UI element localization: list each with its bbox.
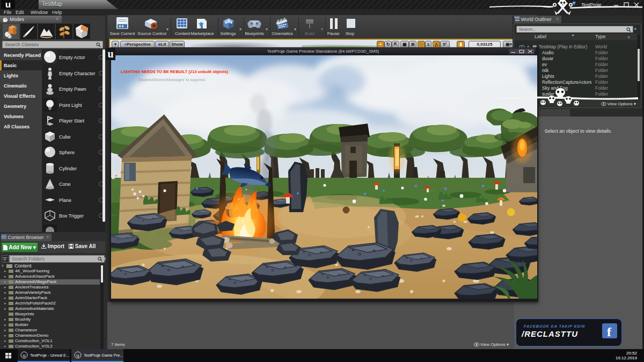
svg-text:u: u [23,353,25,358]
svg-text:DisableAllScreenMessages' to s: DisableAllScreenMessages' to suppress [138,78,206,82]
svg-text:u: u [76,353,79,358]
svg-text:LIGHTING NEEDS TO BE REBUILT (: LIGHTING NEEDS TO BE REBUILT (213 unbuil… [121,69,229,74]
